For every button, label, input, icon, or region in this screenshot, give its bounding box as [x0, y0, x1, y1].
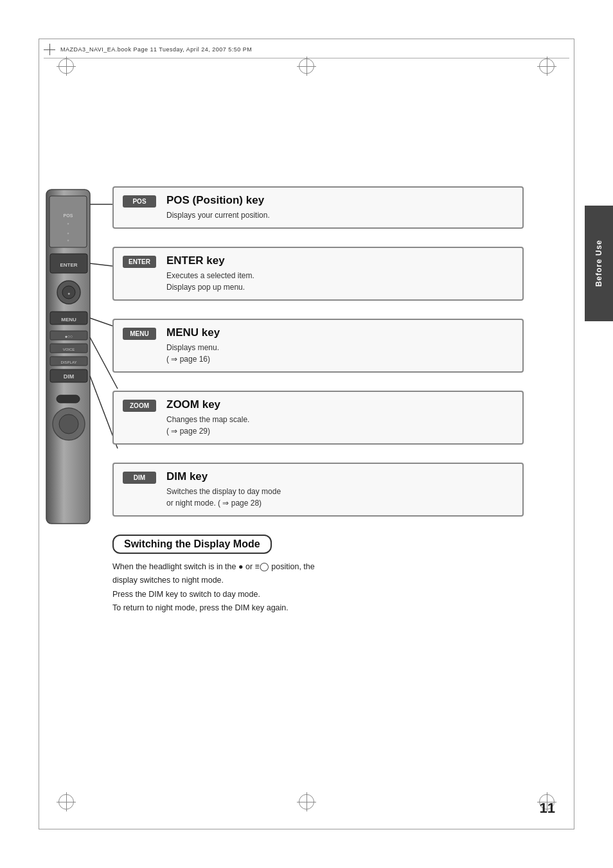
- zoom-key-info: ZOOM key Changes the map scale.( ⇒ page …: [166, 398, 513, 437]
- zoom-key-box: ZOOM ZOOM key Changes the map scale.( ⇒ …: [112, 391, 524, 445]
- display-mode-text: When the headlight switch is in the ● or…: [112, 560, 524, 615]
- header-crosshair-icon: [44, 44, 55, 55]
- svg-text:VOICE: VOICE: [63, 348, 75, 351]
- svg-point-22: [53, 408, 85, 440]
- zoom-key-desc: Changes the map scale.( ⇒ page 29): [166, 414, 513, 437]
- svg-point-9: [62, 286, 75, 299]
- side-tab-before-use: Before Use: [585, 206, 613, 321]
- svg-text:DISPLAY: DISPLAY: [61, 360, 77, 364]
- pos-key-desc: Displays your current position.: [166, 209, 513, 221]
- dim-key-desc: Switches the display to day modeor night…: [166, 486, 513, 509]
- menu-key-title: MENU key: [166, 326, 513, 339]
- menu-key-box: MENU MENU key Displays menu.( ⇒ page 16): [112, 319, 524, 373]
- svg-text:ENTER: ENTER: [60, 262, 77, 268]
- display-mode-section: Switching the Display Mode When the head…: [112, 535, 524, 615]
- svg-text:●○○: ●○○: [65, 334, 73, 339]
- svg-text:●: ●: [67, 231, 69, 235]
- dim-key-box: DIM DIM key Switches the display to day …: [112, 463, 524, 517]
- svg-point-8: [57, 281, 80, 304]
- reg-mark-top-center: [297, 57, 316, 76]
- enter-key-info: ENTER key Executes a selected item.Displ…: [166, 254, 513, 293]
- pos-key-title: POS (Position) key: [166, 194, 513, 207]
- main-content: POS POS (Position) key Displays your cur…: [112, 186, 524, 615]
- svg-point-23: [59, 414, 78, 434]
- page-number: 11: [540, 800, 555, 817]
- dim-badge: DIM: [123, 472, 156, 484]
- svg-rect-0: [46, 190, 90, 524]
- svg-rect-19: [50, 369, 87, 382]
- svg-rect-6: [50, 254, 87, 273]
- menu-key-info: MENU key Displays menu.( ⇒ page 16): [166, 326, 513, 365]
- enter-badge: ENTER: [123, 256, 156, 268]
- svg-text:POS: POS: [64, 213, 73, 218]
- svg-text:●: ●: [67, 222, 69, 226]
- svg-rect-21: [57, 395, 80, 403]
- svg-rect-11: [50, 312, 87, 324]
- display-mode-title: Switching the Display Mode: [112, 535, 272, 554]
- svg-rect-1: [49, 196, 87, 247]
- svg-rect-13: [50, 331, 87, 340]
- svg-rect-15: [50, 344, 87, 353]
- reg-mark-top-left: [57, 57, 76, 76]
- menu-key-desc: Displays menu.( ⇒ page 16): [166, 342, 513, 365]
- pos-key-box: POS POS (Position) key Displays your cur…: [112, 186, 524, 229]
- reg-mark-bottom-center: [297, 792, 316, 811]
- dim-key-title: DIM key: [166, 470, 513, 483]
- zoom-badge: ZOOM: [123, 400, 156, 412]
- enter-key-box: ENTER ENTER key Executes a selected item…: [112, 247, 524, 301]
- dim-key-info: DIM key Switches the display to day mode…: [166, 470, 513, 509]
- pos-badge: POS: [123, 195, 156, 208]
- svg-text:●: ●: [67, 291, 70, 296]
- side-tab-label: Before Use: [594, 240, 603, 287]
- menu-badge: MENU: [123, 328, 156, 340]
- pos-key-info: POS (Position) key Displays your current…: [166, 194, 513, 221]
- reg-mark-bottom-left: [57, 792, 76, 811]
- enter-key-desc: Executes a selected item.Displays pop up…: [166, 270, 513, 293]
- svg-text:MENU: MENU: [61, 317, 76, 323]
- svg-rect-17: [50, 357, 87, 366]
- svg-text:DIM: DIM: [64, 373, 75, 380]
- header-text: MAZDA3_NAVI_EA.book Page 11 Tuesday, Apr…: [60, 46, 252, 53]
- enter-key-title: ENTER key: [166, 254, 513, 267]
- reg-mark-top-right: [537, 57, 556, 76]
- svg-text:●: ●: [67, 238, 69, 242]
- zoom-key-title: ZOOM key: [166, 398, 513, 411]
